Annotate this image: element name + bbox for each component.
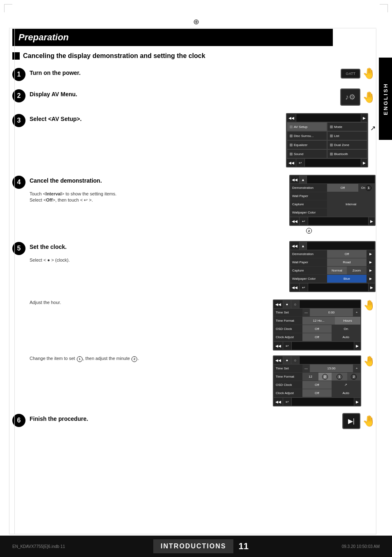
osd-on-value[interactable]: On	[332, 325, 361, 333]
ca-off-value2[interactable]: Off	[302, 389, 332, 397]
section-heading: Canceling the display demonstration and …	[12, 52, 376, 60]
osd-clock-label: OSD Clock	[274, 325, 302, 333]
plus-btn2[interactable]: +	[353, 364, 360, 372]
time-format-label: Time Format	[274, 317, 302, 325]
step-1-info: 1 Turn on the power.	[12, 67, 164, 81]
hours-value[interactable]: Hours	[335, 317, 360, 325]
ca-auto-value[interactable]: Auto	[332, 333, 361, 341]
step4-circle-indicator: 2	[306, 228, 312, 234]
step-4-image: ◀◀ ▲ Demonstration Off On 1 Wal	[164, 175, 376, 234]
language-label: ENGLISH	[383, 83, 389, 115]
step-4-number-row: 4 Cancel the demonstration.	[12, 175, 164, 189]
step-3: 3 Select <AV Setup>. ◀◀ ▶	[12, 113, 376, 167]
step-5-minute-text: Change the item to set 1, then adjust th…	[30, 355, 164, 362]
interval-value[interactable]: Interval	[327, 200, 375, 208]
step-6-image: ▶| 🤚	[164, 413, 376, 429]
bluetooth-item[interactable]: Bluetooth	[327, 149, 367, 158]
av-menu-icon: ♪⚙	[340, 88, 360, 106]
page-title: Preparation	[18, 32, 69, 42]
section-icon	[12, 52, 20, 60]
left-margin-line2	[14, 29, 15, 534]
finish-button-img: ▶|	[342, 413, 360, 429]
road-value: Road	[327, 258, 367, 266]
corner-mark-tr	[380, 4, 388, 12]
blue-value: Blue	[327, 275, 367, 283]
step-3-info: 3 Select <AV Setup>.	[12, 113, 164, 127]
wall-paper-label2: Wall Paper	[290, 258, 327, 266]
step-2-info: 2 Display AV Menu.	[12, 88, 164, 102]
step-4-title: Cancel the demonstration.	[30, 175, 102, 185]
zoom-value: Zoom	[347, 267, 367, 274]
title-banner: Preparation	[12, 29, 333, 46]
av-setup-screen: ◀◀ ▶ AV Setup Mode	[286, 113, 368, 167]
demonstration-label: Demonstration	[290, 184, 327, 192]
off-value[interactable]: Off	[327, 184, 358, 192]
corner-mark-tl	[4, 4, 12, 12]
step-6-number-row: 6 Finish the procedure.	[12, 413, 164, 427]
bottom-margin-line	[9, 534, 376, 534]
introductions-label: INTRODUCTIONS	[153, 539, 233, 553]
wallpaper-color-label: Wallpaper Color	[290, 209, 327, 216]
hand-icon-1: 🤚	[362, 67, 376, 80]
center-registration-mark: ⊕	[193, 17, 199, 26]
section-label: Canceling the display demonstration and …	[23, 52, 205, 60]
cursor-arrow: ↗	[370, 124, 376, 132]
power-button-img: ⊙ATT	[341, 69, 360, 79]
page: ⊕ ENGLISH Preparation Canceling the disp…	[0, 0, 392, 557]
step-2-number-row: 2 Display AV Menu.	[12, 88, 164, 102]
step-4: 4 Cancel the demonstration. Touch <Inter…	[12, 175, 376, 234]
footer-center: INTRODUCTIONS 11	[153, 538, 254, 555]
equalizer-item[interactable]: Equalizer	[287, 140, 327, 149]
off-value2: Off	[327, 250, 367, 258]
main-content: Preparation Canceling the display demons…	[12, 29, 376, 536]
clock-screen: ◀◀ ● ○ Time Set — 0:00 +	[273, 299, 361, 350]
clock-adjust-label2: Clock Adjust	[274, 389, 302, 397]
step-6-title: Finish the procedure.	[30, 413, 88, 423]
normal-value: Normal	[327, 267, 347, 274]
tf-12: 12	[302, 373, 318, 381]
minus-btn[interactable]: —	[302, 309, 310, 316]
12h-value[interactable]: 12 Ho...	[302, 317, 335, 325]
mode-item[interactable]: Mode	[327, 122, 367, 131]
right-margin-line	[376, 29, 376, 534]
time-format-label2: Time Format	[274, 373, 302, 381]
step-4-info: 4 Cancel the demonstration. Touch <Inter…	[12, 175, 164, 204]
finish-arrow-icon: ▶|	[348, 417, 355, 425]
time-display: 0:00	[310, 309, 353, 316]
step-5-adjust-hour-text: Adjust the hour.	[30, 299, 164, 306]
plus-btn[interactable]: +	[353, 309, 360, 316]
step-4-desc: Touch <Interval> to show the setting ite…	[30, 191, 164, 204]
hand-icon-2: 🤚	[362, 91, 376, 104]
wallpaper-setup-screen: ◀◀ ▲ Demonstration Off ▶ Wall Paper Road…	[289, 241, 376, 292]
minus-btn2[interactable]: —	[302, 364, 310, 372]
dual-zone-item[interactable]: Dual Zone	[327, 140, 367, 149]
step-3-title: Select <AV Setup>.	[30, 113, 82, 123]
capture-label: Capture	[290, 200, 327, 208]
step-5-minute: Change the item to set 1, then adjust th…	[30, 355, 376, 406]
arrow-val: ▶	[367, 250, 375, 258]
on-value[interactable]: On 1	[358, 184, 375, 192]
footer-left: EN_KDAVX7755[E]6.indb 11	[12, 544, 65, 549]
left-margin-line	[9, 29, 9, 534]
disc-surround-item[interactable]: Disc Surrou...	[287, 131, 327, 140]
clock-adjust-label: Clock Adjust	[274, 333, 302, 341]
step-3-number-row: 3 Select <AV Setup>.	[12, 113, 164, 127]
sound-item[interactable]: Sound	[287, 149, 327, 158]
page-number-display: 11	[233, 538, 253, 555]
osd-arrow: ↗	[332, 381, 361, 389]
hand-icon-clock: 🤚	[363, 299, 376, 311]
list-item[interactable]: List	[327, 131, 367, 140]
hand-icon-minute: 🤚	[363, 355, 376, 367]
demonstration-label2: Demonstration	[290, 250, 327, 258]
osd-off-value[interactable]: Off	[302, 325, 332, 333]
ca-off-value[interactable]: Off	[302, 333, 332, 341]
wall-paper-value	[327, 192, 375, 200]
step-5-number-row: 5 Set the clock.	[12, 241, 164, 255]
top-margin-line	[9, 28, 376, 28]
step-5-info: 5 Set the clock. Select < ● > (clock).	[12, 241, 164, 267]
ca-auto-value2[interactable]: Auto	[332, 389, 361, 397]
av-setup-item[interactable]: AV Setup	[287, 122, 327, 131]
osd-off-value2[interactable]: Off	[302, 381, 332, 389]
step-2-image: ♪⚙ 🤚	[164, 88, 376, 106]
step-6: 6 Finish the procedure. ▶| 🤚	[12, 413, 376, 429]
